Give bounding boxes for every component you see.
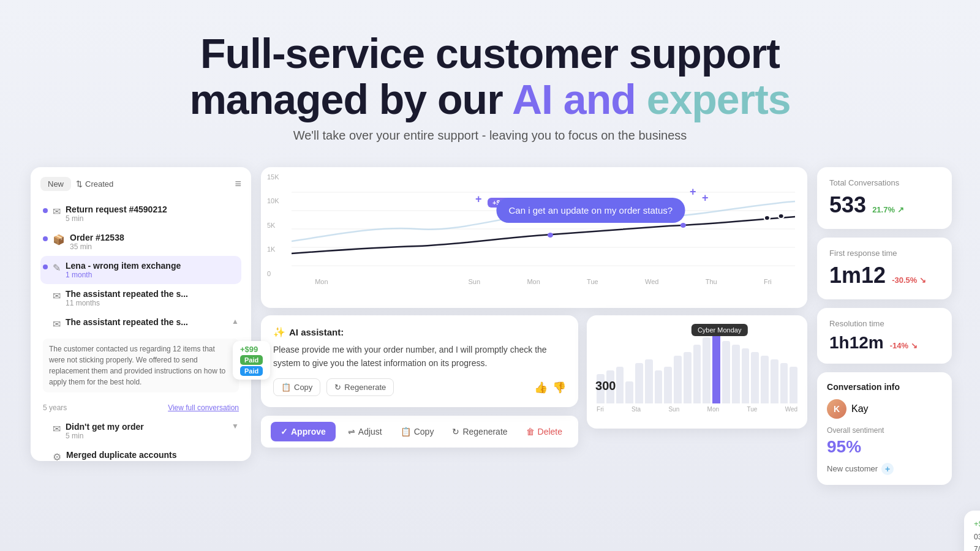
thumbs-up-icon[interactable]: 👍 [534,381,548,394]
svg-point-5 [548,233,553,238]
regenerate-icon: ↻ [334,383,341,392]
delete-button[interactable]: 🗑 Delete [520,423,568,440]
sentiment-section: Overall sentiment 95% [827,426,942,457]
x-label: Tue [587,278,598,285]
plus-cross-icon: + [702,192,709,204]
order-tag-card: +$99 Paid Paid [233,341,270,380]
bar-count-label: 300 [595,379,616,393]
feedback-buttons: 👍 👎 [534,381,566,394]
conv-time: 35 min [70,242,239,251]
sort-label: Created [85,179,113,189]
copy-action-button[interactable]: 📋 Copy [394,423,440,440]
hero-ai-text: AI and [512,76,636,122]
x-axis-labels: Mon Sun Mon Tue Wed Thu Fri [292,278,795,285]
copy-action-label: Copy [414,427,434,437]
bar-item [616,367,624,403]
action-bar: ✓ Approve ⇌ Adjust 📋 Copy ↻ [261,416,578,448]
list-item[interactable]: ✉ The assistant repeated the s... ▲ The … [40,312,241,417]
bar-x-label: Fri [597,406,604,413]
order-tag-status2: Paid [240,366,263,376]
new-badge[interactable]: New [40,177,71,191]
hero-subtitle: We'll take over your entire support - le… [189,129,790,143]
thumbs-down-icon[interactable]: 👎 [552,381,566,394]
check-icon: ✓ [281,427,288,437]
list-item[interactable]: ✉ The assistant repeated the s... 11 mon… [40,284,241,312]
total-conversations-card: Total Conversations 533 21.7% ↗ [817,167,952,229]
order-detail-card: +$532 Paid 0345 Paid Fulfilled ▾ 7/12/23… [964,511,980,551]
filter-icon[interactable]: ≡ [235,178,241,190]
stat-label: Resolution time [829,319,940,328]
email-icon: ✉ [53,318,61,330]
trend-up-icon: ↗ [897,205,904,214]
change-value: -30.5% [892,276,917,285]
conv-content: The assistant repeated the s... 11 month… [66,289,239,307]
stat-value: 533 [829,192,866,218]
list-item[interactable]: ⚙ Merged duplicate accounts 1 month [40,445,241,461]
cyber-monday-badge: Cyber Monday [692,324,748,336]
collapse-icon[interactable]: ▲ [232,317,239,326]
stat-change: 21.7% ↗ [872,205,904,214]
expanded-content: The customer contacted us regarding 12 i… [43,339,239,392]
stat-value-row: 1m12 -30.5% ↘ [829,263,940,288]
expanded-text: The customer contacted us regarding 12 i… [49,345,225,386]
ai-chat-area: ✨ AI assistant: Please provide me with y… [261,315,578,448]
copy-button[interactable]: 📋 Copy [273,378,320,396]
bar-item [732,345,740,403]
conv-content: The assistant repeated the s... [66,317,227,327]
regenerate-action-button[interactable]: ↻ Regenerate [446,423,513,440]
x-label: Mon [315,278,328,285]
conv-time: 11 months [66,299,239,307]
merge-icon: ⚙ [53,451,61,461]
bar-x-label: Tue [747,406,757,413]
list-item[interactable]: 📦 Order #12538 35 min [40,228,241,256]
order-detail-overlay: +$532 Paid 0345 Paid Fulfilled ▾ 7/12/23… [964,511,980,551]
bottom-content-row: ✨ AI assistant: Please provide me with y… [261,315,807,448]
adjust-button[interactable]: ⇌ Adjust [342,423,388,440]
conv-content: Order #12538 35 min [70,233,239,251]
list-item[interactable]: ✎ Lena - wrong item exchange 1 month [40,256,241,284]
conv-time: 5 years [43,403,67,412]
list-item[interactable]: ✉ Return request #4590212 5 min [40,200,241,228]
conv-content: Lena - wrong item exchange 1 month [66,261,239,279]
hero-title: Full-service customer support managed by… [189,31,790,122]
hero-section: Full-service customer support managed by… [189,0,790,161]
stat-value: 1m12 [829,263,886,288]
conv-content: Merged duplicate accounts 1 month [66,450,239,461]
bar-item [771,359,778,403]
right-panel: Total Conversations 533 21.7% ↗ First re… [817,167,952,485]
order-price: +$532 [974,519,980,529]
hero-title-part1: Full-service customer support [200,30,780,77]
list-item[interactable]: ✉ Didn't get my order 5 min ▼ [40,417,241,445]
conv-meta: 5 years View full conversation [43,403,239,412]
y-label: 15K [267,173,279,181]
package-icon: 📦 [53,234,65,246]
edit-icon: ✎ [53,262,61,274]
regenerate-icon: ↻ [452,427,459,437]
conv-title: Order #12538 [70,233,239,242]
svg-point-8 [778,214,784,219]
line-chart-svg [292,180,795,278]
conv-time: 1 month [66,271,239,279]
x-label: Wed [645,278,658,285]
conv-info-title: Conversation info [827,382,942,392]
x-label: Fri [764,278,772,285]
first-response-card: First response time 1m12 -30.5% ↘ [817,238,952,299]
conv-title: Merged duplicate accounts [66,450,239,460]
stat-change: -14% ↘ [890,341,918,350]
approve-button[interactable]: ✓ Approve [271,422,336,441]
svg-point-7 [764,216,770,220]
view-full-link[interactable]: View full conversation [168,403,239,412]
order-detail-row: 0345 Paid Fulfilled ▾ [974,533,980,542]
email-icon: ✉ [53,423,61,435]
trend-down-icon: ↘ [919,276,926,285]
bar-item [703,337,710,403]
y-label: 0 [267,270,279,277]
expand-icon[interactable]: ▼ [232,422,239,430]
regenerate-button[interactable]: ↻ Regenerate [326,378,394,396]
delete-label: Delete [538,427,562,437]
x-label: Thu [706,278,717,285]
sort-button[interactable]: ⇅ Created [76,179,113,189]
bar-item-highlight [712,330,720,403]
sentiment-label: Overall sentiment [827,426,942,435]
bar-item [742,348,750,403]
